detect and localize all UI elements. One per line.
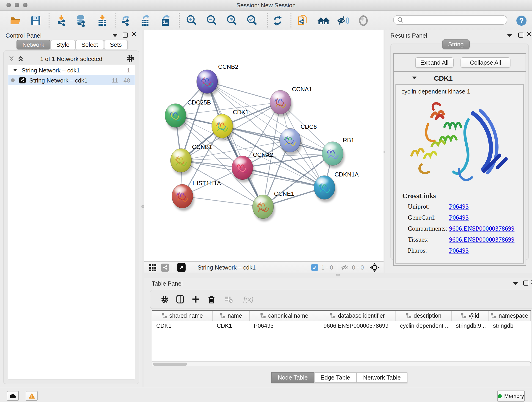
results-panel-close-button[interactable]: ✕ (526, 31, 532, 38)
node-CCNE1[interactable]: CCNE1 (253, 190, 294, 221)
scrollbar-thumb[interactable] (153, 362, 187, 366)
tab-node-table[interactable]: Node Table (271, 372, 314, 383)
import-network-database-button[interactable] (74, 14, 88, 27)
fx-label: f(x) (243, 295, 253, 303)
tab-sets[interactable]: Sets (104, 40, 128, 50)
table-panel-close-button[interactable]: ✕ (531, 279, 532, 286)
selected-checkbox-icon (311, 264, 318, 271)
edge-CCNE1-HIST1H1A[interactable] (182, 196, 263, 207)
tab-string[interactable]: String (442, 39, 470, 49)
zoom-fit-button[interactable] (225, 14, 239, 27)
results-panel-menu-button[interactable] (507, 34, 512, 37)
horizontal-splitter[interactable] (144, 273, 532, 278)
search-input[interactable] (405, 16, 507, 24)
right-splitter[interactable] (384, 30, 385, 273)
import-network-file-button[interactable] (55, 14, 69, 27)
network-collection-row[interactable]: String Network – cdk1 1 (8, 65, 135, 75)
function-builder-button[interactable]: f(x) (239, 293, 258, 305)
network-row[interactable]: String Network – cdk1 11 48 (8, 75, 135, 85)
cloud-icon (9, 394, 16, 398)
control-panel-title: Control Panel (6, 32, 42, 39)
crosslink-value[interactable]: P06493 (449, 214, 469, 221)
gene-symbol: CDK1 (434, 74, 453, 82)
crosslink-value[interactable]: P06493 (449, 247, 469, 254)
hide-graphics-details-button[interactable] (336, 14, 350, 27)
import-network-icon (56, 14, 68, 27)
birds-eye-view-button[interactable] (149, 264, 156, 271)
import-table-file-button[interactable] (95, 14, 109, 27)
results-panel-float-button[interactable] (518, 32, 523, 38)
tab-network-table[interactable]: Network Table (357, 372, 407, 383)
zoom-out-button[interactable] (205, 14, 219, 27)
zoom-in-button[interactable] (185, 14, 199, 27)
export-image-button[interactable] (159, 14, 173, 27)
export-network-button[interactable] (119, 14, 133, 27)
control-panel-close-button[interactable]: ✕ (132, 31, 137, 38)
pan-mode-button[interactable] (370, 263, 380, 272)
crosslink-label: Pharos: (408, 247, 449, 254)
expand-all-button[interactable]: Expand All (415, 57, 454, 68)
node-CDKN1A[interactable]: CDKN1A (314, 171, 359, 202)
expand-collapse-bar: Expand All Collapse All (393, 53, 526, 71)
collection-disclosure-triangle[interactable] (13, 69, 17, 71)
column-header-canonical-name[interactable]: canonical name (250, 311, 319, 321)
string-home-button[interactable] (317, 14, 330, 27)
left-splitter[interactable] (142, 30, 144, 387)
node-RB1[interactable]: RB1 (322, 137, 355, 168)
column-header--id[interactable]: @id (452, 311, 489, 321)
open-in-browser-button[interactable] (177, 263, 186, 272)
search-icon (397, 17, 403, 23)
hidden-counts: 0 - 0 (352, 264, 364, 271)
network-canvas[interactable]: CCNB2CCNA1CDC25BCDK1CDC6RB1CCNB1CCNA2CDK… (144, 30, 384, 261)
tab-edge-table[interactable]: Edge Table (314, 372, 357, 383)
column-header-name[interactable]: name (213, 311, 250, 321)
control-panel-float-button[interactable] (123, 32, 128, 38)
crosslink-value[interactable]: 9606.ENSP00000378699 (449, 225, 514, 232)
network-share-button[interactable] (161, 263, 169, 272)
splitter-handle[interactable] (336, 274, 340, 276)
table-panel-float-button[interactable] (523, 281, 528, 286)
column-type-icon (162, 313, 167, 319)
show-graphics-details-button[interactable] (356, 14, 370, 27)
control-panel-menu-button[interactable] (113, 34, 117, 37)
crosslink-value[interactable]: 9606.ENSP00000378699 (449, 236, 514, 243)
network-options-button[interactable] (127, 55, 134, 62)
cloud-button[interactable] (7, 391, 19, 401)
table-panel-menu-button[interactable] (513, 282, 518, 285)
table-row[interactable]: CDK1CDK1P064939606.ENSP00000378699cyclin… (152, 321, 531, 330)
save-session-button[interactable] (29, 14, 43, 27)
tab-style[interactable]: Style (50, 40, 75, 50)
column-header-database-identifier[interactable]: database identifier (319, 311, 396, 321)
delete-column-button[interactable] (205, 293, 217, 305)
table-settings-button[interactable] (158, 293, 171, 305)
table-cell: stringdb:9... (452, 321, 489, 330)
table-cell: CDK1 (152, 321, 213, 330)
show-columns-button[interactable] (174, 293, 186, 305)
export-table-button[interactable] (139, 14, 152, 27)
network-view-title: String Network – cdk1 (197, 264, 256, 271)
column-header-description[interactable]: description (396, 311, 452, 321)
gene-section-header[interactable]: CDK1 (394, 72, 526, 84)
zoom-selected-button[interactable] (246, 14, 259, 27)
column-header-namespace[interactable]: namespace (489, 311, 531, 321)
tab-network[interactable]: Network (17, 40, 50, 50)
node-label-CCNA1: CCNA1 (292, 86, 312, 93)
delete-table-button[interactable] (223, 293, 234, 305)
column-header-shared-name[interactable]: shared name (152, 311, 213, 321)
table-hscrollbar[interactable] (152, 361, 530, 366)
node-HIST1H1A[interactable]: HIST1H1A (172, 180, 221, 211)
memory-button[interactable]: Memory (497, 390, 525, 402)
share-document-button[interactable] (296, 14, 310, 27)
node-CDC6[interactable]: CDC6 (279, 123, 317, 155)
tab-select[interactable]: Select (75, 40, 104, 50)
collapse-all-button[interactable]: Collapse All (461, 57, 510, 68)
open-session-button[interactable] (9, 14, 22, 27)
toolbar-divider (49, 13, 50, 28)
refresh-button[interactable] (271, 14, 285, 27)
create-column-button[interactable] (190, 293, 202, 305)
warnings-button[interactable] (26, 391, 38, 401)
crosslink-value[interactable]: P06493 (449, 203, 469, 211)
help-button[interactable]: ? (515, 14, 528, 27)
gene-disclosure-triangle[interactable] (412, 77, 417, 79)
results-panel: Results Panel ✕ String Expand All Collap… (385, 30, 532, 273)
